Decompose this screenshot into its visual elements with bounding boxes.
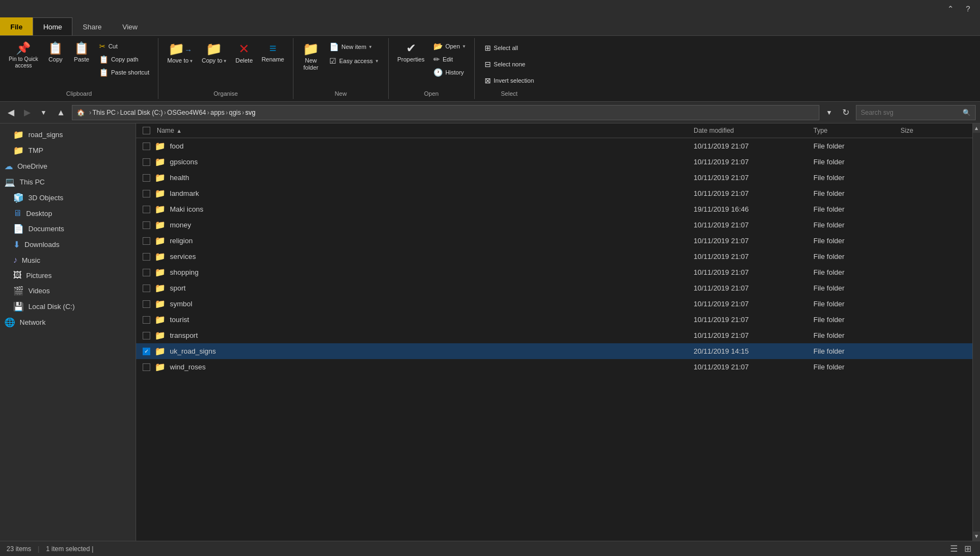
header-checkbox[interactable]: [143, 127, 150, 134]
copy-to-button[interactable]: 📁 Copy to ▾: [198, 40, 230, 66]
header-size[interactable]: Size: [901, 127, 966, 134]
sidebar-item-pictures[interactable]: 🖼 Pictures: [0, 268, 136, 283]
sidebar-item-3d-objects[interactable]: 🧊 3D Objects: [0, 190, 136, 206]
row-checkbox[interactable]: ✓: [143, 348, 150, 355]
row-checkbox[interactable]: [143, 143, 150, 150]
up-button[interactable]: ▲: [53, 106, 69, 120]
row-checkbox[interactable]: [143, 237, 150, 245]
row-checkbox[interactable]: [143, 158, 150, 166]
table-row[interactable]: 📁 landmark 10/11/2019 21:07 File folder: [136, 186, 972, 201]
scissors-icon: ✂: [99, 42, 106, 51]
new-item-button[interactable]: 📄 New item ▾: [325, 40, 383, 53]
sidebar-item-tmp[interactable]: 📁 TMP: [0, 143, 136, 158]
cut-button[interactable]: ✂ Cut: [96, 40, 152, 52]
row-checkbox[interactable]: [143, 190, 150, 197]
table-row[interactable]: 📁 gpsicons 10/11/2019 21:07 File folder: [136, 154, 972, 170]
table-row[interactable]: 📁 shopping 10/11/2019 21:07 File folder: [136, 264, 972, 280]
sidebar-item-documents[interactable]: 📄 Documents: [0, 221, 136, 237]
table-row[interactable]: 📁 money 10/11/2019 21:07 File folder: [136, 217, 972, 233]
row-checkbox[interactable]: [143, 206, 150, 213]
select-none-button[interactable]: ⊟ Select none: [480, 57, 538, 72]
chevron-up-icon[interactable]: ⌃: [943, 1, 958, 16]
sidebar-item-downloads[interactable]: ⬇ Downloads: [0, 237, 136, 252]
file-name-cell: 📁 transport: [143, 330, 694, 341]
row-checkbox[interactable]: [143, 221, 150, 229]
row-checkbox[interactable]: [143, 269, 150, 276]
sidebar-item-local-disk-c[interactable]: 💾 Local Disk (C:): [0, 299, 136, 314]
tab-home[interactable]: Home: [33, 17, 72, 35]
table-row[interactable]: 📁 health 10/11/2019 21:07 File folder: [136, 170, 972, 186]
table-row[interactable]: 📁 religion 10/11/2019 21:07 File folder: [136, 233, 972, 249]
sidebar-item-desktop[interactable]: 🖥 Desktop: [0, 206, 136, 221]
header-date[interactable]: Date modified: [694, 127, 813, 134]
dropdown-history-button[interactable]: ▼: [37, 107, 50, 119]
invert-selection-button[interactable]: ⊠ Invert selection: [480, 73, 538, 88]
paste-icon: 📋: [74, 42, 89, 54]
table-row[interactable]: 📁 sport 10/11/2019 21:07 File folder: [136, 280, 972, 296]
sidebar-label: Videos: [28, 287, 50, 295]
file-type: File folder: [813, 300, 901, 308]
select-all-button[interactable]: ⊞ Select all: [480, 40, 538, 55]
file-name-cell: 📁 sport: [143, 283, 694, 293]
open-button[interactable]: 📂 Open ▾: [430, 40, 469, 52]
copy-button[interactable]: 📋 Copy: [44, 40, 68, 65]
rename-button[interactable]: ≡ Rename: [258, 40, 287, 65]
properties-button[interactable]: ✔ Properties: [394, 40, 428, 65]
paste-button[interactable]: 📋 Paste: [70, 40, 94, 65]
row-checkbox[interactable]: [143, 316, 150, 324]
row-checkbox[interactable]: [143, 300, 150, 308]
network-icon: 🌐: [4, 317, 15, 328]
table-row[interactable]: 📁 food 10/11/2019 21:07 File folder: [136, 138, 972, 154]
row-checkbox[interactable]: [143, 285, 150, 292]
header-name[interactable]: Name ▲: [143, 127, 694, 134]
file-name-cell: 📁 religion: [143, 236, 694, 246]
scroll-up-button[interactable]: ▲: [973, 123, 980, 133]
sidebar-item-videos[interactable]: 🎬 Videos: [0, 283, 136, 299]
header-type[interactable]: Type: [813, 127, 901, 134]
sidebar-item-network[interactable]: 🌐 Network: [0, 314, 136, 330]
row-checkbox[interactable]: [143, 332, 150, 339]
scroll-down-button[interactable]: ▼: [973, 532, 980, 541]
sidebar-item-onedrive[interactable]: ☁ OneDrive: [0, 158, 136, 174]
row-checkbox[interactable]: [143, 253, 150, 261]
tab-share[interactable]: Share: [72, 17, 112, 35]
details-view-button[interactable]: ☰: [948, 542, 960, 555]
move-to-button[interactable]: 📁→ Move to ▾: [164, 40, 196, 66]
file-name: religion: [170, 237, 193, 245]
paste-shortcut-button[interactable]: 📋 Paste shortcut: [96, 66, 152, 78]
back-button[interactable]: ◀: [4, 105, 17, 120]
forward-button[interactable]: ▶: [21, 105, 34, 120]
file-date: 10/11/2019 21:07: [694, 363, 813, 371]
copy-path-button[interactable]: 📋 Copy path: [96, 53, 152, 65]
sidebar-item-music[interactable]: ♪ Music: [0, 252, 136, 268]
sidebar-item-this-pc[interactable]: 💻 This PC: [0, 174, 136, 190]
search-input[interactable]: [861, 109, 959, 116]
new-folder-button[interactable]: 📁 Newfolder: [299, 40, 323, 73]
row-checkbox[interactable]: [143, 174, 150, 182]
edit-button[interactable]: ✏ Edit: [430, 53, 469, 65]
row-checkbox[interactable]: [143, 363, 150, 371]
file-type: File folder: [813, 189, 901, 197]
table-row[interactable]: 📁 symbol 10/11/2019 21:07 File folder: [136, 296, 972, 312]
table-row[interactable]: 📁 wind_roses 10/11/2019 21:07 File folde…: [136, 359, 972, 375]
easy-access-button[interactable]: ☑ Easy access ▾: [325, 54, 383, 67]
address-path[interactable]: 🏠 › This PC › Local Disk (C:) › OSGeo4W6…: [72, 105, 819, 120]
address-dropdown-button[interactable]: ▼: [823, 107, 836, 119]
refresh-button[interactable]: ↻: [839, 105, 853, 120]
tab-file[interactable]: File: [0, 17, 33, 35]
tab-view[interactable]: View: [112, 17, 148, 35]
pin-to-quick-access-button[interactable]: 📌 Pin to Quickaccess: [5, 40, 41, 71]
table-row[interactable]: ✓ 📁 uk_road_signs 20/11/2019 14:15 File …: [136, 343, 972, 359]
sidebar-item-road_signs[interactable]: 📁 road_signs: [0, 127, 136, 143]
ribbon-group-select: ⊞ Select all ⊟ Select none ⊠ Invert sele…: [475, 38, 544, 99]
history-button[interactable]: 🕐 History: [430, 66, 469, 78]
large-icons-button[interactable]: ⊞: [962, 542, 973, 555]
table-row[interactable]: 📁 services 10/11/2019 21:07 File folder: [136, 249, 972, 264]
table-row[interactable]: 📁 tourist 10/11/2019 21:07 File folder: [136, 312, 972, 328]
table-row[interactable]: 📁 transport 10/11/2019 21:07 File folder: [136, 328, 972, 343]
table-row[interactable]: 📁 Maki icons 19/11/2019 16:46 File folde…: [136, 201, 972, 217]
documents-icon: 📄: [13, 224, 24, 234]
help-button[interactable]: ?: [960, 1, 976, 16]
delete-button[interactable]: ✕ Delete: [232, 40, 256, 66]
pin-label: Pin to Quickaccess: [9, 56, 38, 69]
